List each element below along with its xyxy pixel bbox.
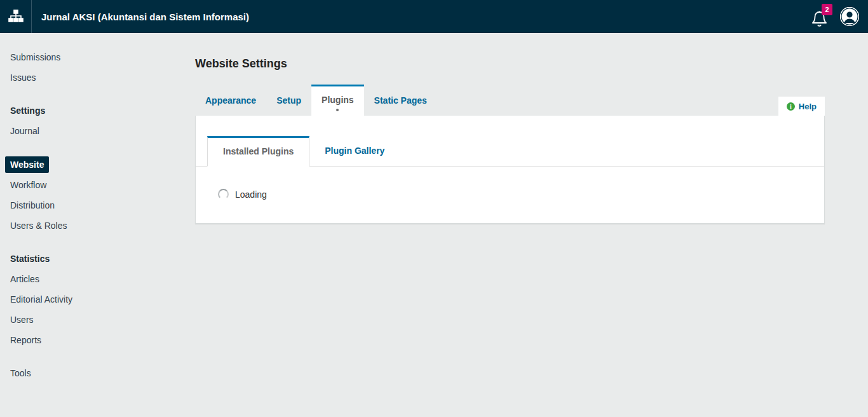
sidebar-item-reports[interactable]: Reports — [10, 334, 195, 346]
sidebar-item-distribution[interactable]: Distribution — [10, 199, 195, 212]
sidebar-heading-statistics: Statistics — [10, 252, 195, 265]
loading-label: Loading — [235, 189, 267, 200]
loading-spinner-icon — [218, 189, 229, 200]
sidebar-item-editorial-activity[interactable]: Editorial Activity — [10, 293, 195, 306]
sidebar-nav: Submissions Issues Settings Journal Webs… — [0, 33, 195, 417]
tab-plugins[interactable]: Plugins — [311, 85, 364, 116]
loading-area: Loading — [196, 167, 824, 223]
sidebar-item-users[interactable]: Users — [10, 313, 195, 326]
active-tab-dot — [336, 109, 339, 111]
sidebar-item-articles[interactable]: Articles — [10, 273, 195, 285]
sidebar-item-journal[interactable]: Journal — [10, 125, 195, 137]
sidebar-item-workflow[interactable]: Workflow — [10, 179, 195, 191]
user-avatar-icon — [840, 7, 859, 26]
page-title: Website Settings — [195, 57, 825, 70]
sitemap-icon — [8, 10, 24, 24]
notifications-button[interactable]: 2 — [808, 5, 830, 28]
sitemap-menu-button[interactable] — [0, 0, 32, 33]
tab-static-pages[interactable]: Static Pages — [364, 85, 437, 116]
main-content: Website Settings Appearance Setup Plugin… — [195, 33, 868, 417]
journal-title: Jurnal AKSI (Akuntansi dan Sistem Inform… — [32, 11, 808, 22]
user-menu-button[interactable] — [840, 7, 859, 26]
sidebar-item-website[interactable]: Website — [5, 156, 49, 173]
tab-installed-plugins[interactable]: Installed Plugins — [207, 136, 309, 167]
tab-setup[interactable]: Setup — [266, 85, 311, 116]
tab-appearance[interactable]: Appearance — [195, 85, 266, 116]
topbar: Jurnal AKSI (Akuntansi dan Sistem Inform… — [0, 0, 868, 33]
help-button[interactable]: i Help — [778, 97, 825, 116]
plugins-panel: Installed Plugins Plugin Gallery Loading — [195, 116, 825, 224]
sidebar-item-submissions[interactable]: Submissions — [10, 51, 195, 64]
sidebar-item-tools[interactable]: Tools — [10, 367, 195, 379]
info-icon: i — [787, 102, 795, 111]
tab-plugin-gallery[interactable]: Plugin Gallery — [309, 136, 400, 167]
plugins-tabbar: Installed Plugins Plugin Gallery — [196, 116, 824, 167]
notification-count-badge: 2 — [822, 4, 832, 15]
sidebar-heading-settings: Settings — [10, 104, 195, 117]
help-label: Help — [799, 102, 817, 111]
sidebar-item-issues[interactable]: Issues — [10, 71, 195, 84]
sidebar-item-users-roles[interactable]: Users & Roles — [10, 219, 195, 232]
settings-tabbar: Appearance Setup Plugins Static Pages i … — [195, 85, 825, 116]
